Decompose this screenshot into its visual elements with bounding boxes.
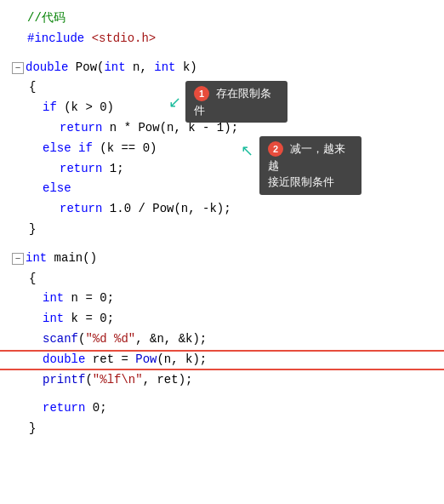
code-editor: //代码 #include <stdio.h> − double Pow( in… [0,0,444,448]
code-line-1: //代码 [9,9,444,29]
code-content: <stdio.h> [92,29,157,49]
code-line-19-highlighted: double ret = Pow (n, k); [9,350,444,370]
collapse-button-main[interactable]: − [12,253,24,265]
code-line-17: int k = 0; [9,309,444,329]
code-line-13 [9,240,444,249]
code-line-11: return 1.0 / Pow(n, -k); [9,199,444,220]
kw-double: double [26,58,68,78]
code-line-12: } [9,220,444,240]
code-line-6: if (k > 0) [9,98,444,118]
code-line-22: return 0; [9,398,444,419]
code-line-20: printf ( "%lf\n" , ret); [9,370,444,391]
code-line-5: { [9,77,444,98]
code-content: #include [27,29,84,49]
code-line-21 [9,390,444,398]
code-line-3 [9,49,444,58]
code-space [84,29,91,49]
code-line-9: return 1; [9,159,444,180]
code-line-7: return n * Pow(n, k - 1); [9,118,444,139]
code-line-14: − int main() [9,249,444,269]
collapse-button[interactable]: − [12,62,24,74]
code-line-23: } [9,419,444,439]
code-line-4: − double Pow( int n, int k) [9,58,444,78]
code-line-15: { [9,269,444,289]
code-line-10: else [9,179,444,199]
code-content: //代码 [27,9,65,29]
code-line-8: else if (k == 0) [9,139,444,159]
code-line-18: scanf ( "%d %d" , &n, &k); [9,329,444,350]
code-line-2: #include <stdio.h> [9,29,444,49]
code-line-16: int n = 0; [9,289,444,309]
